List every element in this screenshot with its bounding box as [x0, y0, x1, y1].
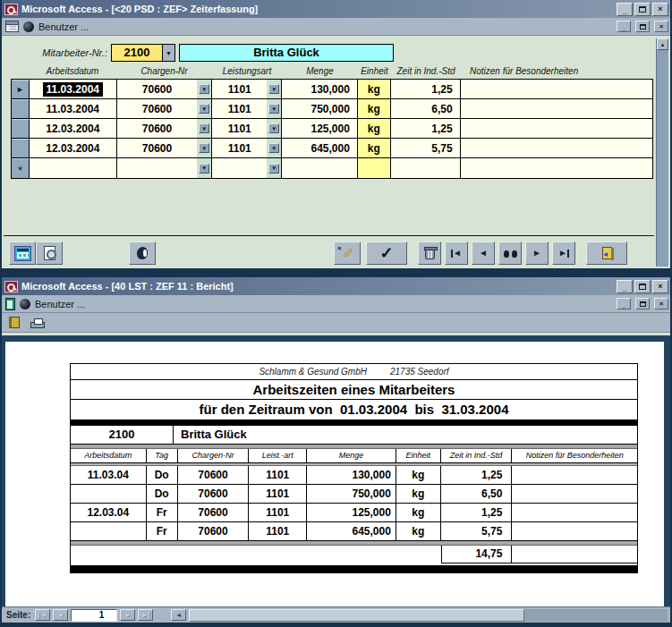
scroll-left-button[interactable]: ◄	[171, 609, 186, 621]
table-row: 12.03.2004 70600▼ 1101▼ 125,000 kg 1,25	[12, 119, 652, 139]
chevron-down-icon: ▼	[271, 165, 276, 171]
minimize-button[interactable]: _	[617, 3, 633, 16]
mdi-close-button[interactable]: ×	[654, 298, 668, 309]
mdi-minimize-button[interactable]: _	[617, 298, 631, 309]
horizontal-scrollbar[interactable]	[189, 609, 668, 622]
einheit-cell[interactable]: kg	[358, 139, 391, 157]
chargen-dropdown-button[interactable]: ▼	[199, 84, 209, 94]
employee-button[interactable]	[129, 241, 156, 265]
leistungsart-cell[interactable]: 1101▼	[212, 99, 282, 118]
chargen-nr-cell[interactable]: 70600▼	[117, 119, 213, 138]
report-row: Fr 70600 1101 645,000 kg 5,75	[71, 522, 637, 541]
chargen-dropdown-button[interactable]: ▼	[199, 104, 209, 114]
chargen-dropdown-button[interactable]: ▼	[199, 123, 209, 133]
scrollbar-track[interactable]	[524, 609, 668, 622]
undo-edit-button[interactable]: ✎×	[334, 241, 361, 265]
previous-record-button[interactable]: ◄	[472, 241, 495, 265]
mdi-restore-button[interactable]	[635, 21, 650, 32]
menge-cell[interactable]: 125,000	[282, 119, 358, 138]
previous-page-button[interactable]: ◄	[53, 609, 68, 621]
arbeitsdatum-cell[interactable]	[30, 158, 117, 178]
record-selector[interactable]: ►	[12, 80, 30, 98]
chargen-dropdown-button[interactable]: ▼	[199, 143, 209, 153]
leistungsart-dropdown-button[interactable]: ▼	[268, 143, 279, 153]
last-page-button[interactable]: ►	[138, 609, 153, 621]
print-preview-button[interactable]	[36, 241, 63, 265]
leistungsart-cell[interactable]: 1101▼	[212, 139, 282, 157]
record-selector[interactable]	[12, 99, 30, 118]
print-button[interactable]	[29, 315, 47, 331]
first-page-button[interactable]: ◄	[35, 609, 50, 621]
leistungsart-dropdown-button[interactable]: ▼	[268, 84, 279, 94]
restore-button[interactable]	[634, 3, 651, 16]
arbeitsdatum-cell[interactable]: 11.03.2004	[30, 99, 117, 118]
close-preview-button[interactable]	[5, 315, 23, 331]
notizen-cell[interactable]	[461, 99, 652, 118]
zeit-cell[interactable]: 1,25	[391, 80, 461, 98]
arbeitsdatum-cell[interactable]: 11.03.2004	[30, 80, 117, 98]
einheit-cell[interactable]: kg	[358, 99, 391, 118]
mdi-minimize-button[interactable]: _	[617, 21, 631, 32]
scrollbar-thumb[interactable]	[189, 609, 524, 622]
leistungsart-cell[interactable]: ▼	[212, 158, 282, 178]
combo-dropdown-button[interactable]: ▼	[162, 45, 174, 61]
leistungsart-cell[interactable]: 1101▼	[212, 119, 282, 138]
title-bar[interactable]: Microsoft Access - [40 LST : ZEF 11 : Be…	[2, 277, 670, 295]
title-bar[interactable]: Microsoft Access - [<20 PSD : ZEF> Zeite…	[2, 0, 670, 18]
form-vertical-scrollbar[interactable]: ▲	[656, 38, 668, 267]
zeit-cell[interactable]	[391, 158, 461, 178]
close-button[interactable]: ×	[652, 280, 668, 293]
scroll-up-button[interactable]: ▲	[657, 38, 668, 50]
mitarbeiter-name-field[interactable]: Britta Glück	[179, 44, 394, 62]
notizen-cell[interactable]	[461, 119, 652, 138]
close-button[interactable]: ×	[652, 3, 668, 16]
notizen-cell[interactable]	[461, 139, 652, 157]
last-record-button[interactable]: ►	[552, 241, 575, 265]
chargen-dropdown-button[interactable]: ▼	[199, 164, 209, 174]
chargen-nr-cell[interactable]: ▼	[117, 158, 213, 178]
einheit-cell[interactable]	[358, 158, 391, 178]
mdi-restore-button[interactable]	[635, 298, 650, 309]
minimize-button[interactable]: _	[617, 280, 633, 293]
einheit-cell[interactable]: kg	[358, 80, 391, 98]
chargen-nr-cell[interactable]: 70600▼	[117, 99, 213, 118]
record-selector[interactable]	[12, 119, 30, 138]
zeit-cell[interactable]: 5,75	[391, 139, 461, 157]
leistungsart-dropdown-button[interactable]: ▼	[268, 123, 279, 133]
confirm-button[interactable]: ✓	[366, 241, 407, 265]
report-page[interactable]: Schlamm & Gesund GmbH 21735 Seedorf Arbe…	[5, 342, 664, 606]
zeit-cell[interactable]: 6,50	[391, 99, 461, 118]
notizen-cell[interactable]	[461, 80, 652, 98]
record-selector[interactable]	[12, 139, 30, 157]
chargen-nr-cell[interactable]: 70600▼	[117, 139, 213, 157]
exit-form-button[interactable]: ◄	[586, 241, 627, 265]
menu-benutzer[interactable]: Benutzer ...	[38, 21, 89, 32]
menge-cell[interactable]: 645,000	[282, 139, 358, 157]
first-record-button[interactable]: ◄	[445, 241, 468, 265]
restore-button[interactable]	[634, 280, 651, 293]
leistungsart-cell[interactable]: 1101▼	[212, 80, 282, 98]
find-button[interactable]	[498, 241, 522, 265]
menge-cell[interactable]: 130,000	[282, 80, 358, 98]
zeit-cell[interactable]: 1,25	[391, 119, 461, 138]
record-selector[interactable]: *	[12, 158, 30, 178]
delete-record-button[interactable]	[418, 241, 441, 265]
next-page-button[interactable]: ►	[120, 609, 135, 621]
menge-cell[interactable]: 750,000	[282, 99, 358, 118]
calculator-button[interactable]	[9, 241, 36, 265]
menge-cell[interactable]	[282, 158, 358, 178]
column-header-chargen-nr: Chargen-Nr	[116, 66, 212, 78]
mdi-close-button[interactable]: ×	[654, 21, 668, 32]
tag-cell: Fr	[147, 504, 178, 521]
leistungsart-dropdown-button[interactable]: ▼	[268, 164, 279, 174]
page-number-input[interactable]: 1	[71, 609, 117, 622]
next-record-button[interactable]: ►	[525, 241, 549, 265]
notizen-cell[interactable]	[461, 158, 652, 178]
menu-benutzer[interactable]: Benutzer ...	[35, 299, 85, 309]
leistungsart-dropdown-button[interactable]: ▼	[268, 104, 279, 114]
mitarbeiter-nr-combobox[interactable]: 2100 ▼	[111, 44, 175, 62]
arbeitsdatum-cell[interactable]: 12.03.2004	[30, 119, 117, 138]
arbeitsdatum-cell[interactable]: 12.03.2004	[30, 139, 117, 157]
chargen-nr-cell[interactable]: 70600▼	[117, 80, 213, 98]
einheit-cell[interactable]: kg	[358, 119, 391, 138]
